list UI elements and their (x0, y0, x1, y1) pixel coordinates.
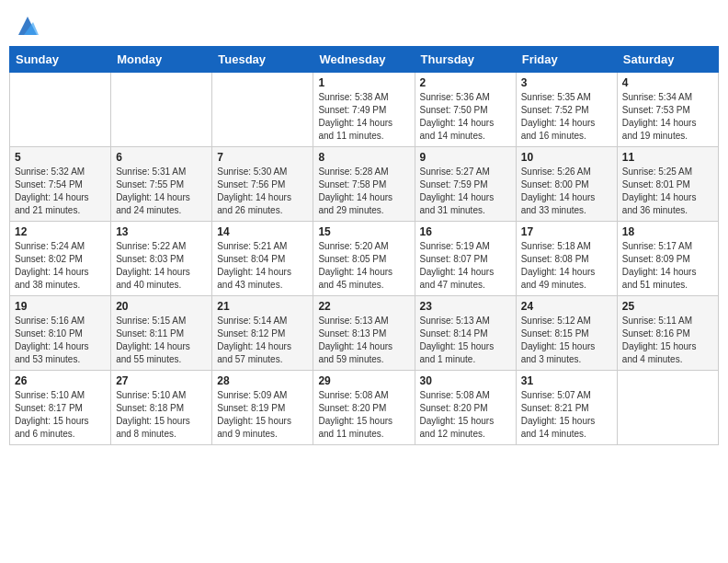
day-number: 11 (622, 151, 713, 164)
weekday-header-wednesday: Wednesday (313, 47, 415, 73)
day-number: 3 (521, 76, 612, 89)
day-info: Sunrise: 5:19 AM Sunset: 8:07 PM Dayligh… (420, 240, 511, 292)
day-number: 16 (420, 225, 511, 238)
calendar-cell: 24Sunrise: 5:12 AM Sunset: 8:15 PM Dayli… (516, 296, 617, 371)
day-number: 14 (217, 225, 308, 238)
calendar-cell: 9Sunrise: 5:27 AM Sunset: 7:59 PM Daylig… (415, 147, 516, 222)
weekday-header-thursday: Thursday (415, 47, 516, 73)
day-info: Sunrise: 5:31 AM Sunset: 7:55 PM Dayligh… (116, 166, 207, 217)
logo (13, 13, 40, 39)
calendar-cell: 17Sunrise: 5:18 AM Sunset: 8:08 PM Dayli… (516, 222, 617, 296)
weekday-header-monday: Monday (111, 47, 212, 73)
calendar-cell: 16Sunrise: 5:19 AM Sunset: 8:07 PM Dayli… (415, 222, 516, 296)
day-number: 30 (420, 374, 511, 387)
day-info: Sunrise: 5:27 AM Sunset: 7:59 PM Dayligh… (420, 166, 511, 217)
day-number: 28 (217, 374, 308, 387)
day-number: 7 (217, 151, 308, 164)
day-info: Sunrise: 5:28 AM Sunset: 7:58 PM Dayligh… (318, 166, 409, 217)
day-number: 4 (622, 76, 713, 89)
day-info: Sunrise: 5:17 AM Sunset: 8:09 PM Dayligh… (622, 240, 713, 292)
calendar-week-row: 5Sunrise: 5:32 AM Sunset: 7:54 PM Daylig… (10, 147, 719, 222)
calendar-cell: 26Sunrise: 5:10 AM Sunset: 8:17 PM Dayli… (10, 371, 111, 445)
calendar-cell: 28Sunrise: 5:09 AM Sunset: 8:19 PM Dayli… (212, 371, 313, 445)
day-info: Sunrise: 5:08 AM Sunset: 8:20 PM Dayligh… (420, 389, 511, 441)
day-info: Sunrise: 5:38 AM Sunset: 7:49 PM Dayligh… (318, 91, 409, 143)
day-number: 20 (116, 300, 207, 313)
day-info: Sunrise: 5:22 AM Sunset: 8:03 PM Dayligh… (116, 240, 207, 292)
day-number: 18 (622, 225, 713, 238)
page-header (9, 9, 719, 39)
calendar-week-row: 19Sunrise: 5:16 AM Sunset: 8:10 PM Dayli… (10, 296, 719, 371)
calendar-table: SundayMondayTuesdayWednesdayThursdayFrid… (9, 46, 719, 445)
calendar-cell: 22Sunrise: 5:13 AM Sunset: 8:13 PM Dayli… (313, 296, 415, 371)
day-info: Sunrise: 5:07 AM Sunset: 8:21 PM Dayligh… (521, 389, 612, 441)
day-number: 31 (521, 374, 612, 387)
day-number: 13 (116, 225, 207, 238)
day-info: Sunrise: 5:18 AM Sunset: 8:08 PM Dayligh… (521, 240, 612, 292)
calendar-cell: 1Sunrise: 5:38 AM Sunset: 7:49 PM Daylig… (313, 73, 415, 147)
calendar-cell (10, 73, 111, 147)
day-info: Sunrise: 5:21 AM Sunset: 8:04 PM Dayligh… (217, 240, 308, 292)
weekday-header-saturday: Saturday (617, 47, 718, 73)
day-info: Sunrise: 5:25 AM Sunset: 8:01 PM Dayligh… (622, 166, 713, 217)
calendar-cell: 6Sunrise: 5:31 AM Sunset: 7:55 PM Daylig… (111, 147, 212, 222)
day-info: Sunrise: 5:35 AM Sunset: 7:52 PM Dayligh… (521, 91, 612, 143)
calendar-cell (212, 73, 313, 147)
calendar-cell: 10Sunrise: 5:26 AM Sunset: 8:00 PM Dayli… (516, 147, 617, 222)
calendar-cell: 29Sunrise: 5:08 AM Sunset: 8:20 PM Dayli… (313, 371, 415, 445)
calendar-cell: 15Sunrise: 5:20 AM Sunset: 8:05 PM Dayli… (313, 222, 415, 296)
day-info: Sunrise: 5:16 AM Sunset: 8:10 PM Dayligh… (15, 315, 106, 366)
day-number: 17 (521, 225, 612, 238)
day-number: 22 (318, 300, 409, 313)
day-info: Sunrise: 5:12 AM Sunset: 8:15 PM Dayligh… (521, 315, 612, 366)
day-info: Sunrise: 5:30 AM Sunset: 7:56 PM Dayligh… (217, 166, 308, 217)
weekday-header-tuesday: Tuesday (212, 47, 313, 73)
day-info: Sunrise: 5:26 AM Sunset: 8:00 PM Dayligh… (521, 166, 612, 217)
day-number: 27 (116, 374, 207, 387)
calendar-cell: 31Sunrise: 5:07 AM Sunset: 8:21 PM Dayli… (516, 371, 617, 445)
day-number: 29 (318, 374, 409, 387)
day-info: Sunrise: 5:32 AM Sunset: 7:54 PM Dayligh… (15, 166, 106, 217)
calendar-cell: 3Sunrise: 5:35 AM Sunset: 7:52 PM Daylig… (516, 73, 617, 147)
day-number: 26 (15, 374, 106, 387)
day-info: Sunrise: 5:15 AM Sunset: 8:11 PM Dayligh… (116, 315, 207, 366)
day-number: 25 (622, 300, 713, 313)
calendar-cell: 18Sunrise: 5:17 AM Sunset: 8:09 PM Dayli… (617, 222, 718, 296)
day-info: Sunrise: 5:09 AM Sunset: 8:19 PM Dayligh… (217, 389, 308, 441)
calendar-cell: 13Sunrise: 5:22 AM Sunset: 8:03 PM Dayli… (111, 222, 212, 296)
calendar-cell: 21Sunrise: 5:14 AM Sunset: 8:12 PM Dayli… (212, 296, 313, 371)
calendar-cell: 27Sunrise: 5:10 AM Sunset: 8:18 PM Dayli… (111, 371, 212, 445)
day-number: 21 (217, 300, 308, 313)
day-info: Sunrise: 5:08 AM Sunset: 8:20 PM Dayligh… (318, 389, 409, 441)
calendar-cell: 4Sunrise: 5:34 AM Sunset: 7:53 PM Daylig… (617, 73, 718, 147)
weekday-header-sunday: Sunday (10, 47, 111, 73)
day-number: 9 (420, 151, 511, 164)
calendar-cell: 14Sunrise: 5:21 AM Sunset: 8:04 PM Dayli… (212, 222, 313, 296)
weekday-header-row: SundayMondayTuesdayWednesdayThursdayFrid… (10, 47, 719, 73)
day-number: 23 (420, 300, 511, 313)
day-info: Sunrise: 5:24 AM Sunset: 8:02 PM Dayligh… (15, 240, 106, 292)
day-number: 10 (521, 151, 612, 164)
day-info: Sunrise: 5:14 AM Sunset: 8:12 PM Dayligh… (217, 315, 308, 366)
calendar-cell (111, 73, 212, 147)
day-number: 19 (15, 300, 106, 313)
calendar-cell: 11Sunrise: 5:25 AM Sunset: 8:01 PM Dayli… (617, 147, 718, 222)
calendar-cell: 20Sunrise: 5:15 AM Sunset: 8:11 PM Dayli… (111, 296, 212, 371)
day-info: Sunrise: 5:36 AM Sunset: 7:50 PM Dayligh… (420, 91, 511, 143)
day-number: 5 (15, 151, 106, 164)
day-number: 2 (420, 76, 511, 89)
day-info: Sunrise: 5:13 AM Sunset: 8:13 PM Dayligh… (318, 315, 409, 366)
calendar-cell: 8Sunrise: 5:28 AM Sunset: 7:58 PM Daylig… (313, 147, 415, 222)
calendar-week-row: 12Sunrise: 5:24 AM Sunset: 8:02 PM Dayli… (10, 222, 719, 296)
calendar-cell: 30Sunrise: 5:08 AM Sunset: 8:20 PM Dayli… (415, 371, 516, 445)
calendar-cell (617, 371, 718, 445)
day-number: 6 (116, 151, 207, 164)
day-number: 15 (318, 225, 409, 238)
logo-icon (15, 13, 40, 39)
calendar-cell: 7Sunrise: 5:30 AM Sunset: 7:56 PM Daylig… (212, 147, 313, 222)
calendar-cell: 23Sunrise: 5:13 AM Sunset: 8:14 PM Dayli… (415, 296, 516, 371)
calendar-cell: 12Sunrise: 5:24 AM Sunset: 8:02 PM Dayli… (10, 222, 111, 296)
calendar-week-row: 1Sunrise: 5:38 AM Sunset: 7:49 PM Daylig… (10, 73, 719, 147)
day-info: Sunrise: 5:20 AM Sunset: 8:05 PM Dayligh… (318, 240, 409, 292)
day-info: Sunrise: 5:34 AM Sunset: 7:53 PM Dayligh… (622, 91, 713, 143)
